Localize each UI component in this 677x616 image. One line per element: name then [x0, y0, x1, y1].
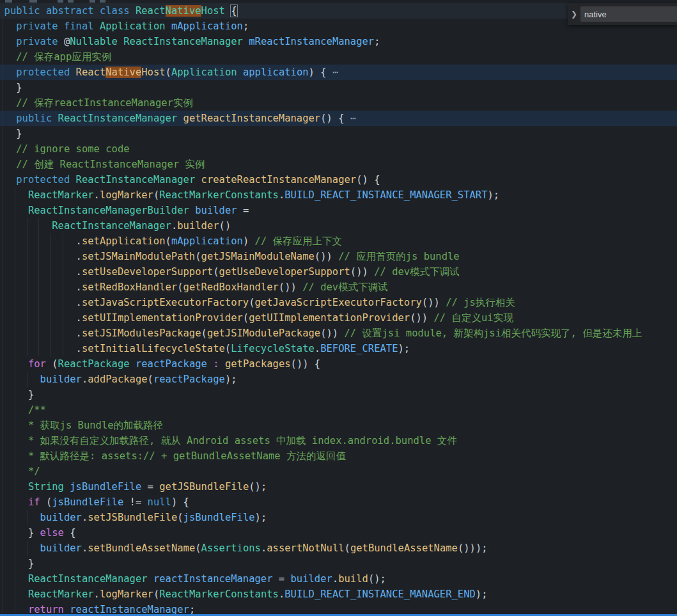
code-text: // ignore some code [16, 141, 129, 157]
code-text: .setUseDeveloperSupport(getUseDeveloperS… [76, 264, 460, 280]
code-text: ReactMarker.logMarker(ReactMarkerConstan… [28, 587, 488, 602]
token: ) [243, 235, 249, 247]
code-line[interactable]: // 创建 ReactInstanceManager 实例 [0, 157, 677, 172]
code-line[interactable]: .setJavaScriptExecutorFactory(getJavaScr… [0, 295, 677, 310]
indent-guide [51, 295, 51, 310]
token: // 创建 ReactInstanceManager 实例 [16, 159, 205, 170]
indent-guide [51, 233, 51, 249]
find-input[interactable] [580, 6, 677, 22]
token: protected [16, 67, 75, 78]
token: { [64, 527, 76, 539]
folded-code-ellipsis-icon[interactable]: ⋯ [345, 113, 357, 124]
code-line[interactable]: .setUIImplementationProvider(getUIImplem… [0, 310, 677, 326]
code-line[interactable]: .setApplication(mApplication) // 保存应用上下文 [0, 233, 677, 249]
token: if [28, 496, 46, 508]
code-line[interactable]: ReactMarker.logMarker(ReactMarkerConstan… [0, 187, 677, 203]
code-line[interactable]: builder.setJSBundleFile(jsBundleFile); [0, 510, 677, 525]
folded-code-ellipsis-icon[interactable]: ⋯ [327, 67, 339, 78]
indent-guide [3, 157, 3, 172]
token: Application [171, 67, 237, 78]
token [243, 36, 249, 47]
token: ReactInstanceManager [28, 573, 148, 585]
token: logMarker [100, 588, 153, 600]
code-line[interactable]: protected ReactNativeHost(Application ap… [0, 65, 677, 80]
code-line[interactable]: * 获取js Bundle的加载路径 [0, 418, 677, 433]
code-line[interactable]: /** [0, 402, 677, 418]
code-line[interactable]: if (jsBundleFile != null) { [0, 494, 677, 510]
token: ()) [422, 297, 440, 308]
token: builder [40, 542, 82, 554]
code-line[interactable]: } [0, 387, 677, 402]
token: builder [40, 374, 82, 385]
code-line[interactable]: String jsBundleFile = getJSBundleFile(); [0, 479, 677, 494]
token: * 如果没有自定义加载路径, 就从 Android assets 中加载 ind… [28, 435, 457, 446]
code-line[interactable]: * 默认路径是: assets:// + getBundleAssetName … [0, 448, 677, 464]
token: getRedBoxHandler [183, 281, 279, 293]
code-line[interactable]: for (ReactPackage reactPackage : getPack… [0, 356, 677, 372]
code-line[interactable]: builder.addPackage(reactPackage); [0, 372, 677, 387]
code-line[interactable]: ReactInstanceManager reactInstanceManage… [0, 571, 677, 587]
code-line[interactable]: .setJSMainModulePath(getJSMainModuleName… [0, 249, 677, 264]
indent-guide [3, 280, 3, 295]
code-line[interactable]: // 保存app应用实例 [0, 49, 677, 65]
indent-guide [15, 218, 15, 233]
token [237, 67, 243, 78]
token: . [94, 189, 100, 201]
token [130, 358, 136, 370]
code-line[interactable]: private @Nullable ReactInstanceManager m… [0, 34, 677, 49]
code-text: builder.addPackage(reactPackage); [40, 372, 237, 387]
code-line[interactable]: */ [0, 464, 677, 479]
code-line[interactable]: ReactMarker.logMarker(ReactMarkerConstan… [0, 587, 677, 602]
code-line[interactable]: // ignore some code [0, 141, 677, 157]
token: createReactInstanceManager [201, 174, 357, 186]
token: = [237, 205, 249, 216]
indent-guide [15, 372, 15, 387]
code-editor[interactable]: public abstract class ReactNativeHost {p… [0, 0, 677, 616]
code-line[interactable]: builder.setBundleAssetName(Assertions.as… [0, 541, 677, 556]
token: setBundleAssetName [88, 542, 195, 554]
code-text: // 保存reactInstanceManager实例 [16, 95, 193, 111]
token: ) { [171, 496, 189, 508]
code-line[interactable]: * 如果没有自定义加载路径, 就从 Android assets 中加载 ind… [0, 433, 677, 448]
token: = [141, 481, 159, 493]
code-line[interactable]: ReactInstanceManagerBuilder builder = [0, 203, 677, 218]
code-line[interactable]: } [0, 80, 677, 95]
token: ()) [315, 251, 332, 262]
code-line[interactable]: } [0, 126, 677, 141]
indent-guide [15, 510, 15, 525]
code-line[interactable]: ReactInstanceManager.builder() [0, 218, 677, 233]
code-line[interactable]: .setJSIModulesPackage(getJSIModulePackag… [0, 326, 677, 341]
code-line[interactable]: .setUseDeveloperSupport(getUseDeveloperS… [0, 264, 677, 280]
code-text: * 获取js Bundle的加载路径 [28, 418, 163, 433]
code-text: for (ReactPackage reactPackage : getPack… [28, 356, 320, 372]
token: public [16, 113, 58, 124]
token: String [28, 481, 64, 493]
code-line[interactable]: protected ReactInstanceManager createRea… [0, 172, 677, 187]
indent-guide [15, 587, 15, 602]
token: != [123, 496, 147, 508]
toggle-replace-chevron-icon[interactable]: ❯ [568, 6, 580, 22]
token: // dev模式下调试 [368, 266, 460, 278]
indent-guide [3, 19, 3, 34]
indent-guide [27, 372, 27, 387]
code-line[interactable]: } [0, 556, 677, 571]
token: addPackage [88, 374, 147, 385]
code-text: protected ReactInstanceManager createRea… [16, 172, 380, 187]
matched-bracket: { [231, 5, 237, 17]
code-line[interactable]: } else { [0, 525, 677, 541]
code-line[interactable]: public ReactInstanceManager getReactInst… [0, 111, 677, 126]
indent-guide [63, 326, 63, 341]
indent-guide [15, 433, 15, 448]
token: jsBundleFile [52, 496, 123, 508]
token: ReactInstanceManager [123, 36, 243, 47]
indent-guide [27, 264, 27, 280]
token: // 应用首页的js bundle [332, 251, 460, 262]
indent-guide [3, 494, 3, 510]
token: Application [100, 20, 166, 32]
code-line[interactable]: .setInitialLifecycleState(LifecycleState… [0, 341, 677, 356]
code-line[interactable]: // 保存reactInstanceManager实例 [0, 95, 677, 111]
token: ReactInstanceManagerBuilder [28, 205, 189, 216]
token: private [16, 36, 64, 47]
code-text: // 创建 ReactInstanceManager 实例 [16, 157, 205, 172]
code-line[interactable]: .setRedBoxHandler(getRedBoxHandler()) //… [0, 280, 677, 295]
